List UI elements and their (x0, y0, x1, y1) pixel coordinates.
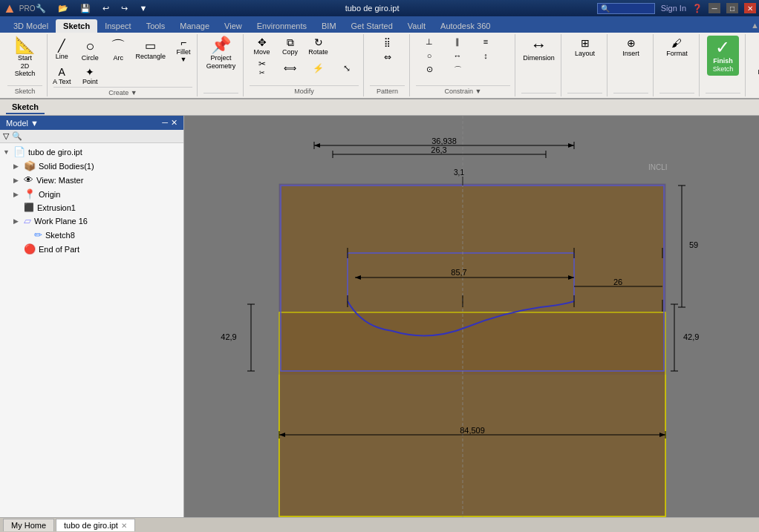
fillet-btn[interactable]: ⌐ Fillet ▼ (169, 36, 197, 65)
tree-icon-root: 📄 (13, 146, 25, 157)
tree-item-origin[interactable]: ▶ 📍 Origin (0, 187, 183, 201)
pattern-group-label: Pattern (370, 85, 405, 95)
filter-icon[interactable]: ▽ (3, 131, 9, 141)
search-icon[interactable]: 🔍 (12, 131, 22, 141)
sub-tab-sketch[interactable]: Sketch (6, 101, 45, 114)
panel-toolbar: ▽ 🔍 (0, 130, 183, 143)
copy-btn[interactable]: ⧉ Copy (277, 36, 304, 57)
tree-icon-wp: ▱ (24, 215, 31, 226)
rectangle-btn[interactable]: ▭ Rectangle (133, 39, 168, 62)
tab-tools[interactable]: Tools (139, 19, 173, 33)
tab-sketch[interactable]: Sketch (56, 19, 97, 33)
copy-icon: ⧉ (287, 37, 294, 47)
text-btn[interactable]: A A Text (48, 65, 75, 87)
exit-btn[interactable]: ✕ Exit (750, 54, 759, 77)
tree-item-sketch8[interactable]: ✏ Sketch8 (0, 228, 183, 242)
format-btn[interactable]: 🖌 Format (663, 36, 691, 59)
svg-text:42,9: 42,9 (221, 332, 236, 341)
quick-access[interactable]: ▼ (140, 4, 148, 13)
svg-text:85,7: 85,7 (451, 268, 466, 277)
constrain3-btn[interactable]: ≡ (472, 36, 499, 48)
tree-expand-root[interactable]: ▼ (3, 148, 13, 156)
point-icon: ✦ (85, 67, 94, 77)
split-btn[interactable]: ⚡ (305, 62, 332, 74)
trim-btn[interactable]: ✂ ✂ (249, 58, 276, 78)
tree-item-view-master[interactable]: ▶ 👁 View: Master (0, 173, 183, 187)
move-btn[interactable]: ✥ Move (249, 36, 276, 57)
project-geometry-btn[interactable]: 📌 Project Geometry (203, 36, 239, 71)
tree-item-root[interactable]: ▼ 📄 tubo de giro.ipt (0, 145, 183, 159)
finish-sketch-btn[interactable]: ✓ Finish Sketch (707, 36, 740, 76)
constrain1-btn[interactable]: ⊥ (416, 36, 443, 48)
doc-tab-close-btn[interactable]: ✕ (121, 522, 127, 530)
mirror-btn[interactable]: ⇔ (374, 50, 401, 64)
constrain5-btn[interactable]: ↔ (444, 50, 471, 62)
panel-header: Model ▼ ─ ✕ (0, 116, 183, 130)
point-btn[interactable]: ✦ Point (76, 65, 103, 87)
pattern-icon: ⣿ (384, 37, 391, 47)
tree-expand-view[interactable]: ▶ (13, 177, 24, 184)
line-btn[interactable]: ╱ Line (48, 39, 75, 62)
ribbon-group-format: 🖌 Format (655, 34, 700, 96)
tab-vault[interactable]: Vault (400, 19, 433, 33)
tab-view[interactable]: View (217, 19, 250, 33)
insert-icon: ⊕ (627, 37, 636, 49)
tab-bim[interactable]: BIM (314, 19, 344, 33)
tree-expand-wp[interactable]: ▶ (13, 217, 24, 225)
ribbon-collapse-btn[interactable]: ▲ (751, 21, 759, 33)
tab-3d-model[interactable]: 3D Model (6, 19, 56, 33)
rotate-btn[interactable]: ↻ Rotate (305, 36, 332, 57)
restore-btn[interactable]: □ (726, 3, 738, 13)
constrain-group-label: Constrain ▼ (416, 85, 510, 95)
constrain7-btn[interactable]: ⊙ (416, 63, 443, 77)
trim-icon: ✂ (258, 59, 266, 68)
constrain2-btn[interactable]: ∥ (444, 36, 471, 48)
tree-item-end-of-part[interactable]: 🔴 End of Part (0, 242, 183, 256)
tab-autodesk-360[interactable]: Autodesk 360 (433, 19, 498, 33)
tree-expand-origin[interactable]: ▶ (13, 191, 24, 198)
constrain4-btn[interactable]: ○ (416, 50, 443, 62)
tab-manage[interactable]: Manage (172, 19, 217, 33)
insert-btn[interactable]: ⊕ Insert (618, 36, 645, 59)
circle-btn[interactable]: ○ Circle (76, 37, 103, 63)
canvas-area[interactable]: 36,938 26,3 3,1 59 42,9 (184, 116, 759, 517)
constrain7-icon: ⊙ (426, 65, 433, 74)
constrain8-btn[interactable]: ⌒ (444, 63, 471, 77)
menu-item[interactable]: 🔧 (36, 4, 46, 13)
pattern-btn[interactable]: ⣿ (374, 36, 401, 49)
arc-btn[interactable]: ⌒ Arc (105, 37, 131, 63)
close-btn[interactable]: ✕ (744, 3, 756, 13)
open-icon[interactable]: 📂 (58, 4, 68, 13)
dimension-btn[interactable]: ↔ Dimension (520, 36, 558, 63)
tree-item-work-plane[interactable]: ▶ ▱ Work Plane 16 (0, 214, 183, 228)
doc-tab-current-file[interactable]: tubo de giro.ipt ✕ (56, 519, 135, 531)
tree-icon-solid: 📦 (24, 160, 36, 171)
layout-btn[interactable]: ⊞ Layout (572, 36, 599, 59)
svg-text:42,9: 42,9 (683, 332, 699, 341)
tree-icon-sketch8: ✏ (34, 229, 42, 240)
undo-icon[interactable]: ↩ (102, 4, 109, 13)
panel-minus-btn[interactable]: ─ (162, 118, 168, 128)
svg-text:26,3: 26,3 (431, 145, 446, 154)
scale-btn[interactable]: ⤡ (333, 62, 360, 74)
tab-inspect[interactable]: Inspect (97, 19, 138, 33)
panel-close-btn[interactable]: ✕ (171, 118, 177, 128)
tree-icon-extrusion: ⬛ (24, 203, 34, 212)
doc-tab-my-home[interactable]: My Home (3, 519, 54, 531)
minimize-btn[interactable]: ─ (708, 3, 720, 13)
help-btn[interactable]: ❓ (692, 4, 703, 13)
constrain6-btn[interactable]: ↕ (472, 50, 499, 62)
tree-item-extrusion1[interactable]: ⬛ Extrusion1 (0, 201, 183, 214)
tab-environments[interactable]: Environments (250, 19, 314, 33)
redo-icon[interactable]: ↪ (121, 4, 128, 13)
save-icon[interactable]: 💾 (80, 4, 91, 13)
sign-in-btn[interactable]: Sign In (661, 4, 686, 13)
tab-get-started[interactable]: Get Started (344, 19, 400, 33)
tree-item-solid-bodies[interactable]: ▶ 📦 Solid Bodies(1) (0, 159, 183, 173)
start-2d-sketch-btn[interactable]: 📐 Start 2D Sketch (7, 36, 42, 79)
tree-icon-eop: 🔴 (24, 243, 36, 254)
extend-icon: ⟺ (284, 64, 296, 73)
search-box[interactable]: 🔍 (597, 3, 655, 14)
extend-btn[interactable]: ⟺ (277, 62, 304, 74)
tree-expand-solid[interactable]: ▶ (13, 162, 24, 170)
